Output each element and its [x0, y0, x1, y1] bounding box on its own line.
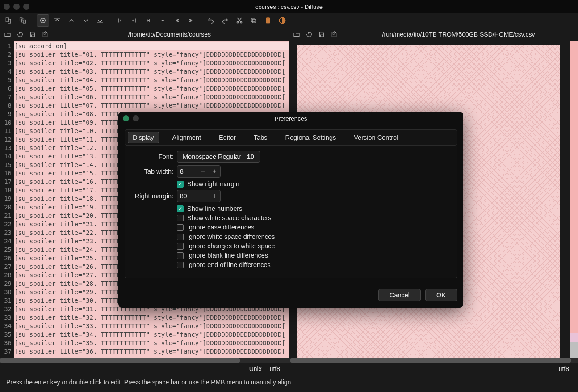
checkbox-label: Ignore changes to white space — [187, 242, 275, 250]
pref-tab-alignment[interactable]: Alignment — [168, 132, 205, 143]
save-as-icon[interactable] — [329, 29, 339, 39]
reload-icon[interactable] — [15, 29, 25, 39]
increment-button[interactable]: + — [209, 192, 220, 200]
checkbox-label: Show white space characters — [187, 214, 272, 221]
open-file-icon[interactable] — [292, 29, 302, 39]
save-as-icon[interactable] — [40, 29, 50, 39]
push-right-icon[interactable] — [113, 14, 126, 27]
pref-tab-tabs[interactable]: Tabs — [249, 132, 272, 143]
font-label: Font: — [132, 153, 173, 160]
checkbox-row[interactable]: Show white space characters — [177, 214, 449, 221]
svg-rect-0 — [6, 18, 8, 22]
svg-rect-4 — [23, 20, 25, 24]
window-controls — [4, 4, 29, 10]
ok-button[interactable]: OK — [425, 289, 457, 301]
new-tab-3way-icon[interactable] — [17, 14, 29, 27]
svg-rect-9 — [252, 19, 256, 23]
checkbox[interactable] — [177, 262, 184, 268]
diffuse-logo-icon[interactable] — [276, 14, 289, 27]
checkbox-row[interactable]: Show right margin — [177, 180, 449, 188]
copy-icon[interactable] — [247, 14, 260, 27]
redo-icon[interactable] — [219, 14, 231, 27]
titlebar: courses : csv.csv - Diffuse — [0, 0, 578, 13]
merge-right-icon[interactable] — [185, 14, 197, 27]
checkbox-label: Ignore blank line differences — [187, 252, 268, 259]
decrement-button[interactable]: − — [197, 167, 209, 175]
minimap[interactable] — [570, 41, 578, 358]
right-file-path: /run/media/tio/10TB TROM/500GB SSD/HOME/… — [342, 31, 575, 38]
cut-icon[interactable] — [233, 14, 246, 27]
left-hscroll[interactable] — [0, 358, 289, 363]
checkbox[interactable] — [177, 181, 184, 188]
svg-rect-3 — [21, 19, 24, 22]
copy-left-all-icon[interactable] — [156, 14, 169, 27]
open-file-icon[interactable] — [3, 29, 13, 39]
checkbox-row[interactable]: Ignore white space differences — [177, 233, 449, 240]
new-tab-2way-icon[interactable] — [3, 14, 15, 27]
svg-rect-15 — [320, 35, 323, 37]
checkbox-label: Show line numbers — [187, 205, 242, 212]
realign-icon[interactable] — [37, 14, 49, 27]
right-margin-spinner[interactable]: − + — [177, 190, 221, 202]
minimize-window-button[interactable] — [13, 4, 20, 10]
increment-button[interactable]: + — [209, 167, 220, 175]
maximize-window-button[interactable] — [23, 4, 29, 10]
pref-tab-editor[interactable]: Editor — [214, 132, 240, 143]
checkbox-label: Show right margin — [187, 180, 239, 188]
checkbox[interactable] — [177, 252, 184, 259]
save-icon[interactable] — [317, 29, 327, 39]
pref-tab-version-control[interactable]: Version Control — [349, 132, 402, 143]
window-title: courses : csv.csv - Diffuse — [255, 4, 323, 10]
font-name: Monospace Regular — [183, 153, 241, 160]
last-diff-icon[interactable] — [94, 14, 106, 27]
left-encoding: utf8 — [270, 365, 280, 372]
cancel-button[interactable]: Cancel — [378, 289, 421, 301]
svg-point-8 — [240, 21, 242, 23]
preferences-dialog: Preferences DisplayAlignmentEditorTabsRe… — [118, 112, 463, 308]
checkbox-label: Ignore white space differences — [187, 233, 275, 240]
checkbox[interactable] — [177, 215, 184, 221]
right-hscroll[interactable] — [289, 358, 578, 363]
right-encoding: utf8 — [559, 365, 569, 372]
first-diff-icon[interactable] — [51, 14, 63, 27]
checkbox-row[interactable]: Ignore case differences — [177, 224, 449, 231]
next-diff-icon[interactable] — [80, 14, 92, 27]
right-margin-input[interactable] — [177, 192, 197, 200]
checkbox-row[interactable]: Show line numbers — [177, 205, 449, 212]
left-os-encoding: Unix — [249, 365, 262, 372]
checkbox[interactable] — [177, 243, 184, 250]
checkbox[interactable] — [177, 224, 184, 231]
svg-rect-1 — [8, 19, 11, 23]
pref-tab-regional-settings[interactable]: Regional Settings — [281, 132, 341, 143]
tab-width-label: Tab width: — [132, 168, 173, 175]
reload-icon[interactable] — [304, 29, 314, 39]
preferences-form: Font: Monospace Regular 10 Tab width: − … — [125, 146, 457, 278]
preferences-tabs: DisplayAlignmentEditorTabsRegional Setti… — [125, 129, 457, 146]
pref-tab-display[interactable]: Display — [128, 132, 159, 143]
checkbox-row[interactable]: Ignore changes to white space — [177, 242, 449, 250]
encoding-status-row: Unix utf8 utf8 — [0, 363, 578, 375]
merge-left-icon[interactable] — [171, 14, 183, 27]
checkbox-row[interactable]: Ignore end of line differences — [177, 261, 449, 268]
undo-icon[interactable] — [205, 14, 217, 27]
main-toolbar — [0, 13, 578, 28]
checkbox[interactable] — [177, 234, 184, 240]
save-icon[interactable] — [28, 29, 38, 39]
prev-diff-icon[interactable] — [65, 14, 78, 27]
svg-rect-2 — [20, 18, 22, 21]
font-selector-button[interactable]: Monospace Regular 10 — [177, 151, 260, 163]
checkbox[interactable] — [177, 205, 184, 212]
left-pane-header: /home/tio/Documents/courses — [0, 28, 289, 41]
tab-width-input[interactable] — [177, 168, 197, 175]
decrement-button[interactable]: − — [197, 192, 209, 200]
dialog-close-button[interactable] — [123, 115, 129, 121]
push-left-icon[interactable] — [128, 14, 140, 27]
tab-width-spinner[interactable]: − + — [177, 165, 221, 178]
hint-text: Press the enter key or double click to e… — [6, 379, 293, 386]
close-window-button[interactable] — [4, 4, 10, 10]
dialog-minimize-button[interactable] — [133, 115, 139, 121]
right-pane-header: /run/media/tio/10TB TROM/500GB SSD/HOME/… — [289, 28, 578, 41]
copy-right-all-icon[interactable] — [142, 14, 155, 27]
paste-icon[interactable] — [262, 14, 274, 27]
checkbox-row[interactable]: Ignore blank line differences — [177, 252, 449, 259]
